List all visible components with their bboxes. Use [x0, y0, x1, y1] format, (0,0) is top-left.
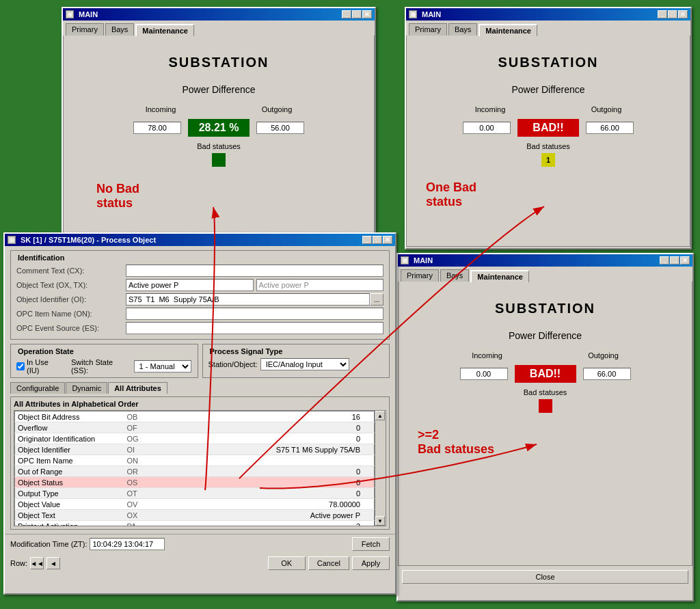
- close-btn-tl[interactable]: ✕: [362, 10, 372, 18]
- attr-code: ON: [124, 455, 152, 466]
- annotation-br: >=2Bad statuses: [418, 428, 673, 457]
- attr-value: 3: [152, 521, 375, 527]
- close-btn-tr[interactable]: ✕: [678, 10, 688, 18]
- attr-code: OX: [124, 510, 152, 521]
- apply-button[interactable]: Apply: [352, 556, 390, 570]
- minimize-btn-proc[interactable]: _: [362, 236, 372, 244]
- incoming-value-tl[interactable]: [133, 122, 181, 134]
- scrollbar-down-btn[interactable]: ▼: [375, 516, 385, 526]
- maximize-btn-proc[interactable]: □: [373, 236, 382, 244]
- ellipsis-btn[interactable]: ...: [370, 293, 383, 306]
- nav-first-btn[interactable]: ◄◄: [30, 557, 44, 569]
- object-text-input2[interactable]: [256, 279, 384, 291]
- attr-code: OI: [124, 444, 152, 455]
- annotation-tl: No Badstatus: [83, 182, 355, 211]
- tab-maintenance-br[interactable]: Maintenance: [470, 270, 529, 282]
- main-close-button[interactable]: Close: [402, 570, 688, 584]
- minimize-btn-br[interactable]: _: [660, 256, 669, 265]
- outgoing-value-tl[interactable]: [256, 122, 304, 134]
- tab-bays-br[interactable]: Bays: [440, 269, 469, 282]
- identification-label: Identification: [16, 254, 383, 262]
- bad-statuses-label-tl: Bad statuses: [83, 142, 355, 150]
- inline-tabs: Configurable Dynamic All Attributes: [10, 382, 390, 394]
- attr-code: OT: [124, 488, 152, 499]
- maximize-btn-tr[interactable]: □: [668, 10, 677, 18]
- station-select[interactable]: IEC/Analog Input: [260, 358, 349, 370]
- close-btn-row: Close: [398, 566, 692, 588]
- tab-primary-br[interactable]: Primary: [401, 269, 439, 282]
- outgoing-value-br[interactable]: [583, 368, 631, 380]
- power-row-tl: Incoming Outgoing: [83, 105, 355, 113]
- attr-value: 0: [152, 477, 375, 488]
- tab-content-br: SUBSTATION Power Difference Incoming Out…: [398, 282, 692, 566]
- attr-value: 0: [152, 422, 375, 433]
- table-row: Output Type OT 0: [15, 488, 375, 499]
- tab-bays-tr[interactable]: Bays: [448, 23, 477, 36]
- process-object-window: ⊞ SK [1] / S75T1M6(20) - Process Object …: [3, 232, 396, 595]
- outgoing-value-tr[interactable]: [586, 122, 634, 134]
- maximize-btn-tl[interactable]: □: [352, 10, 362, 18]
- scrollbar-up-btn[interactable]: ▲: [375, 411, 385, 420]
- annotation-tr: One Badstatus: [426, 180, 671, 209]
- tab-bays-tl[interactable]: Bays: [105, 23, 134, 36]
- opc-item-input[interactable]: [126, 308, 383, 320]
- bad-indicator-br: [539, 399, 552, 413]
- power-values-tl: 28.21 %: [83, 119, 355, 137]
- in-use-checkbox[interactable]: [16, 362, 25, 370]
- tab-configurable[interactable]: Configurable: [10, 382, 65, 394]
- object-id-label: Object Identifier (OI):: [16, 295, 126, 303]
- table-row: OPC Item Name ON: [15, 455, 375, 466]
- object-id-input[interactable]: [126, 293, 370, 306]
- in-use-label: In Use (IU): [16, 358, 60, 375]
- tab-primary-tl[interactable]: Primary: [66, 23, 104, 36]
- mod-time-input[interactable]: [90, 538, 165, 550]
- substation-content-tl: SUBSTATION Power Difference Incoming Out…: [69, 41, 368, 224]
- attr-code: OG: [124, 433, 152, 444]
- object-text-input[interactable]: [126, 279, 254, 291]
- attr-code: OF: [124, 422, 152, 433]
- incoming-value-tr[interactable]: [463, 122, 511, 134]
- tab-dynamic[interactable]: Dynamic: [66, 382, 107, 394]
- maximize-btn-br[interactable]: □: [670, 256, 679, 265]
- incoming-value-br[interactable]: [460, 368, 508, 380]
- table-scrollbar[interactable]: ▲ ▼: [375, 411, 386, 526]
- titlebar-topright: ⊞ MAIN _ □ ✕: [406, 8, 690, 21]
- tab-primary-tr[interactable]: Primary: [409, 23, 447, 36]
- scrollable-table: Object Bit Address OB 16 Overflow OF 0 O…: [14, 410, 386, 526]
- minimize-btn-tr[interactable]: _: [658, 10, 667, 18]
- cancel-button[interactable]: Cancel: [308, 556, 349, 570]
- attr-name: Object Value: [15, 499, 124, 510]
- operation-process-row: Operation State In Use (IU) Switch State…: [10, 344, 390, 378]
- table-row: Object Status OS 0: [15, 477, 375, 488]
- all-attrs-label: All Attributes in Alphabetical Order: [14, 400, 386, 408]
- switch-state-select[interactable]: 1 - Manual: [134, 360, 192, 373]
- close-btn-br[interactable]: ✕: [680, 256, 690, 265]
- object-text-label: Object Text (OX, TX):: [16, 281, 126, 289]
- close-btn-proc[interactable]: ✕: [383, 236, 392, 244]
- attr-code: PA: [124, 521, 152, 527]
- attr-name: Overflow: [15, 422, 124, 433]
- ok-button[interactable]: OK: [268, 556, 306, 570]
- attr-name: OPC Item Name: [15, 455, 124, 466]
- tab-content-tr: SUBSTATION Power Difference Incoming Out…: [406, 36, 690, 247]
- attr-name: Printout Activation: [15, 521, 124, 527]
- main-window-bottomright: ⊞ MAIN _ □ ✕ Primary Bays Maintenance SU…: [396, 253, 694, 601]
- bad-statuses-tl: Bad statuses: [83, 142, 355, 168]
- comment-text-input[interactable]: [126, 265, 383, 277]
- tab-maintenance-tr[interactable]: Maintenance: [479, 24, 537, 36]
- bad-statuses-label-tr: Bad statuses: [426, 142, 671, 150]
- nav-prev-btn[interactable]: ◄: [46, 557, 60, 569]
- substation-content-br: SUBSTATION Power Difference Incoming Out…: [404, 287, 686, 470]
- attr-value: S75 T1 M6 Supply 75A/B: [152, 444, 375, 455]
- attr-name: Object Identifier: [15, 444, 124, 455]
- minimize-btn-tl[interactable]: _: [342, 10, 351, 18]
- outgoing-label-tr: Outgoing: [582, 105, 630, 113]
- proc-buttons-bar: Row: ◄◄ ◄ OK Cancel Apply: [5, 554, 395, 573]
- tab-all-attributes[interactable]: All Attributes: [108, 382, 167, 394]
- fetch-button[interactable]: Fetch: [352, 537, 390, 551]
- tab-maintenance-tl[interactable]: Maintenance: [135, 24, 194, 36]
- object-id-group: Object Identifier (OI): ...: [16, 293, 383, 306]
- titlebar-proc: ⊞ SK [1] / S75T1M6(20) - Process Object …: [5, 234, 395, 246]
- opc-event-input[interactable]: [126, 322, 383, 334]
- status-indicator-br: BAD!!: [515, 365, 576, 383]
